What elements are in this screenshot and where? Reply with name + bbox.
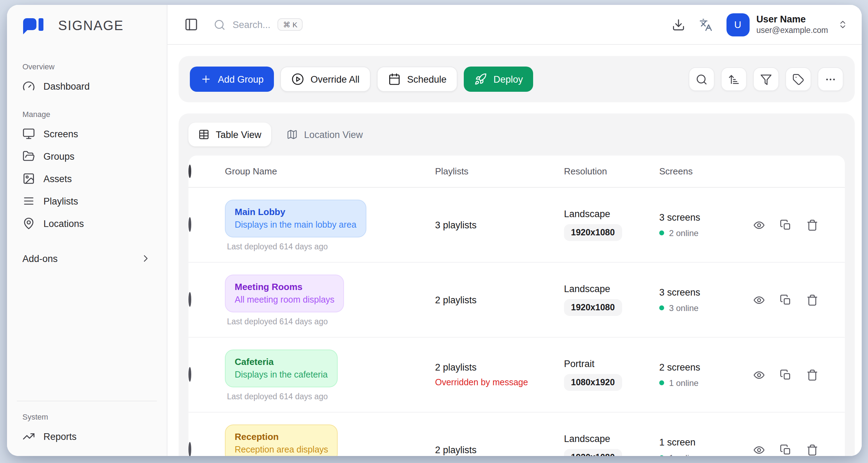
online-dot: [659, 455, 664, 456]
orientation-text: Landscape: [564, 284, 659, 294]
group-badge: Cafeteria Displays in the cafeteria: [225, 349, 337, 387]
search-button[interactable]: [689, 67, 715, 91]
column-header-screens: Screens: [659, 166, 753, 177]
duplicate-button[interactable]: [780, 294, 792, 306]
column-header-playlists: Playlists: [435, 166, 564, 177]
view-button[interactable]: [753, 219, 765, 231]
group-description: Reception area displays: [235, 444, 328, 455]
brand-name: SIGNAGE: [58, 18, 124, 34]
view-tabs: Table View Location View: [188, 123, 845, 146]
sidebar-item-label: Assets: [43, 173, 72, 184]
add-group-button[interactable]: Add Group: [190, 67, 274, 92]
view-button[interactable]: [753, 444, 765, 456]
search-placeholder: Search...: [233, 19, 270, 30]
duplicate-button[interactable]: [780, 369, 792, 381]
add-group-label: Add Group: [218, 74, 264, 84]
user-menu[interactable]: U User Name user@example.com: [726, 13, 848, 36]
copy-icon: [780, 369, 792, 381]
sidebar-item-reports[interactable]: Reports: [17, 425, 157, 448]
schedule-button[interactable]: Schedule: [377, 67, 458, 92]
online-count: 3 online: [669, 303, 698, 313]
copy-icon: [780, 444, 792, 456]
sidebar-item-screens[interactable]: Screens: [17, 123, 157, 145]
sidebar-item-locations[interactable]: Locations: [17, 212, 157, 235]
group-title: Meeting Rooms: [235, 281, 335, 292]
select-all-checkbox[interactable]: [188, 165, 191, 178]
sidebar-item-dashboard[interactable]: Dashboard: [17, 75, 157, 97]
brand-logo: SIGNAGE: [17, 18, 157, 34]
sidebar-toggle-button[interactable]: [184, 18, 198, 32]
language-button[interactable]: [699, 18, 712, 31]
sidebar-item-label: Locations: [43, 218, 84, 229]
map-pin-icon: [22, 217, 35, 230]
override-status: Overridden by message: [435, 378, 564, 387]
screens-count: 1 screen: [659, 437, 753, 447]
group-name-cell: Meeting Rooms All meeting room displays …: [225, 274, 435, 325]
more-button[interactable]: [818, 67, 843, 91]
row-checkbox[interactable]: [188, 367, 191, 382]
search-input[interactable]: Search... ⌘ K: [214, 18, 303, 31]
sidebar-item-label: Reports: [43, 431, 77, 442]
online-dot: [659, 380, 664, 385]
online-status: 2 online: [659, 228, 753, 238]
delete-button[interactable]: [806, 444, 818, 456]
tab-table-view[interactable]: Table View: [188, 123, 271, 146]
delete-button[interactable]: [806, 369, 818, 381]
page: SIGNAGE Overview Dashboard Manage Screen…: [0, 0, 868, 463]
sidebar-item-groups[interactable]: Groups: [17, 145, 157, 167]
column-header-resolution: Resolution: [564, 166, 659, 177]
duplicate-button[interactable]: [780, 444, 792, 456]
delete-button[interactable]: [806, 219, 818, 231]
sidebar-item-playlists[interactable]: Playlists: [17, 190, 157, 212]
download-icon: [671, 18, 685, 31]
deploy-label: Deploy: [494, 74, 523, 84]
online-count: 2 online: [669, 228, 698, 238]
online-status: 3 online: [659, 303, 753, 313]
download-button[interactable]: [671, 18, 685, 31]
row-actions: [753, 219, 845, 231]
orientation-text: Portrait: [564, 359, 659, 369]
search-shortcut-badge: ⌘ K: [277, 18, 303, 31]
sidebar: SIGNAGE Overview Dashboard Manage Screen…: [7, 5, 167, 456]
sort-button[interactable]: [721, 67, 747, 91]
resolution-badge: 1920x1080: [564, 224, 622, 241]
user-info: User Name user@example.com: [756, 14, 828, 35]
last-deployed-text: Last deployed 614 days ago: [225, 242, 328, 250]
resolution-cell: Portrait 1080x1920: [564, 359, 659, 391]
row-checkbox[interactable]: [188, 442, 191, 456]
last-deployed-text: Last deployed 614 days ago: [225, 392, 328, 400]
row-actions: [753, 444, 845, 456]
monitor-icon: [22, 127, 35, 140]
override-all-label: Override All: [311, 74, 360, 84]
online-count: 1 online: [669, 453, 698, 456]
tag-button[interactable]: [785, 67, 811, 91]
circle-play-icon: [292, 73, 304, 85]
schedule-label: Schedule: [407, 74, 447, 84]
trash-icon: [806, 219, 818, 231]
filter-button[interactable]: [753, 67, 779, 91]
screens-count: 3 screens: [659, 212, 753, 222]
group-badge: Main Lobby Displays in the main lobby ar…: [225, 199, 366, 237]
delete-button[interactable]: [806, 294, 818, 306]
duplicate-button[interactable]: [780, 219, 792, 231]
sidebar-item-addons[interactable]: Add-ons: [17, 247, 157, 270]
deploy-button[interactable]: Deploy: [464, 67, 533, 92]
trash-icon: [806, 369, 818, 381]
eye-icon: [753, 294, 765, 306]
sidebar-item-assets[interactable]: Assets: [17, 167, 157, 190]
view-button[interactable]: [753, 369, 765, 381]
playlists-cell: 2 playlists: [435, 295, 564, 305]
view-button[interactable]: [753, 294, 765, 306]
calendar-icon: [388, 73, 401, 85]
sidebar-item-label: Screens: [43, 129, 78, 139]
row-checkbox[interactable]: [188, 217, 191, 232]
content: Add Group Override All Schedule Deploy: [167, 45, 862, 456]
playlists-count: 2 playlists: [435, 362, 564, 373]
image-icon: [22, 172, 35, 185]
filter-icon: [760, 73, 772, 85]
row-checkbox[interactable]: [188, 292, 191, 307]
override-all-button[interactable]: Override All: [281, 67, 371, 92]
tab-location-view[interactable]: Location View: [277, 123, 373, 146]
screens-cell: 3 screens 3 online: [659, 287, 753, 313]
section-label-manage: Manage: [22, 110, 157, 118]
